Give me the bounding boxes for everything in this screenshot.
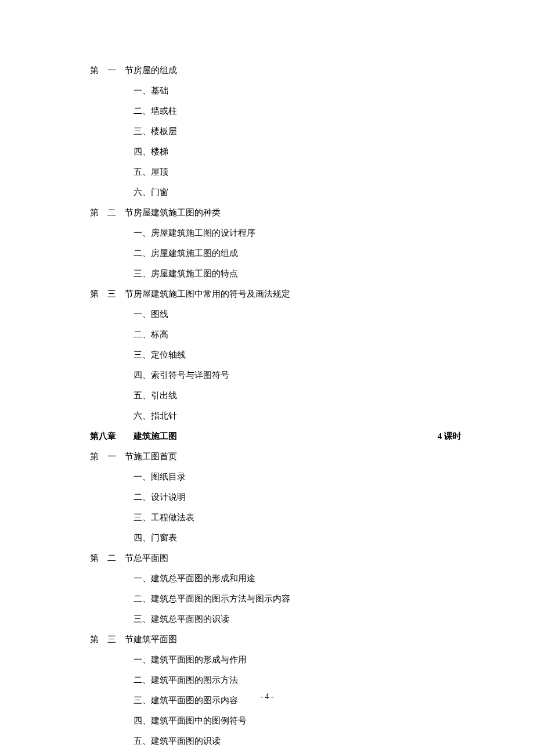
section-label: 第一节 [90, 63, 134, 78]
sub-item: 六、门窗 [90, 185, 461, 200]
sub-item: 三、房屋建筑施工图的特点 [90, 266, 461, 282]
section-label: 第二节 [90, 205, 134, 221]
sub-item: 六、指北针 [90, 408, 461, 424]
ch-section-1-header: 第一节 施工图首页 [90, 449, 461, 465]
sub-item: 一、基础 [90, 83, 461, 99]
sub-item: 四、门窗表 [90, 530, 461, 546]
sub-item: 一、图线 [90, 307, 461, 322]
section-title: 房屋建筑施工图中常用的符号及画法规定 [134, 286, 461, 302]
sub-item: 四、楼梯 [90, 144, 461, 160]
sub-item: 二、建筑总平面图的图示方法与图示内容 [90, 591, 461, 607]
sub-item: 二、标高 [90, 327, 461, 343]
section-title: 房屋建筑施工图的种类 [134, 205, 461, 221]
section-2-header: 第二节 房屋建筑施工图的种类 [90, 205, 461, 221]
chapter-label: 第八章 [90, 429, 134, 444]
sub-item: 三、定位轴线 [90, 347, 461, 363]
sub-item: 二、墙或柱 [90, 103, 461, 119]
sub-item: 四、索引符号与详图符号 [90, 368, 461, 383]
sub-item: 四、建筑平面图中的图例符号 [90, 713, 461, 729]
sub-item: 六、建筑平面图的绘制方法与步骤 [90, 754, 461, 756]
ch-section-3-header: 第三节 建筑平面图 [90, 632, 461, 647]
sub-item: 五、建筑平面图的识读 [90, 733, 461, 749]
sub-item: 五、屋顶 [90, 164, 461, 180]
page-content: 第一节 房屋的组成 一、基础 二、墙或柱 三、楼板层 四、楼梯 五、屋顶 六、门… [0, 0, 534, 756]
sub-item: 一、建筑平面图的形成与作用 [90, 652, 461, 668]
sub-item: 二、房屋建筑施工图的组成 [90, 246, 461, 261]
section-title: 房屋的组成 [134, 63, 461, 78]
section-title: 总平面图 [134, 550, 461, 566]
section-label: 第二节 [90, 550, 134, 566]
section-title: 施工图首页 [134, 449, 461, 465]
chapter-title: 建筑施工图 [134, 429, 438, 444]
section-label: 第三节 [90, 286, 134, 302]
sub-item: 一、图纸目录 [90, 469, 461, 485]
section-label: 第一节 [90, 449, 134, 465]
sub-item: 二、设计说明 [90, 489, 461, 505]
sub-item: 二、建筑平面图的图示方法 [90, 672, 461, 688]
chapter-8-header: 第八章 建筑施工图 4 课时 [90, 429, 461, 444]
sub-item: 一、建筑总平面图的形成和用途 [90, 571, 461, 586]
section-label: 第三节 [90, 632, 134, 647]
ch-section-2-header: 第二节 总平面图 [90, 550, 461, 566]
sub-item: 三、楼板层 [90, 124, 461, 139]
sub-item: 三、工程做法表 [90, 510, 461, 525]
page-number: - 4 - [0, 689, 534, 704]
sub-item: 三、建筑总平面图的识读 [90, 611, 461, 627]
section-title: 建筑平面图 [134, 632, 461, 647]
chapter-duration: 4 课时 [438, 429, 461, 444]
sub-item: 一、房屋建筑施工图的设计程序 [90, 225, 461, 241]
section-1-header: 第一节 房屋的组成 [90, 63, 461, 78]
sub-item: 五、引出线 [90, 388, 461, 404]
section-3-header: 第三节 房屋建筑施工图中常用的符号及画法规定 [90, 286, 461, 302]
